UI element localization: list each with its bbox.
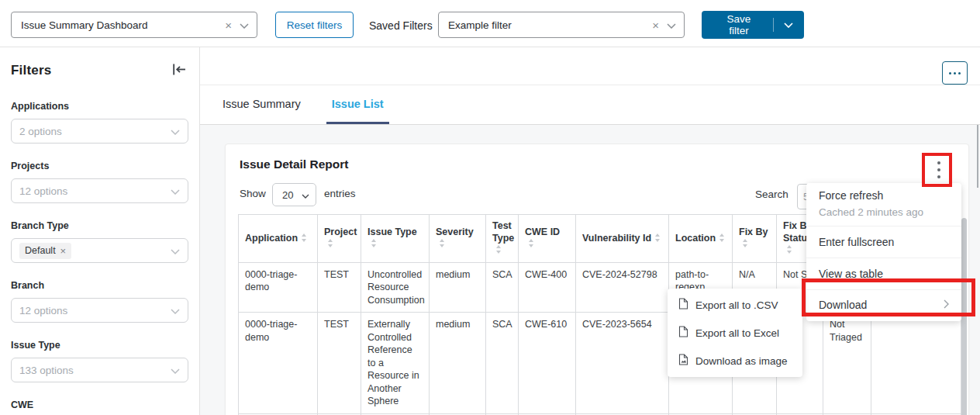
chip-label: Default [25, 245, 56, 256]
reset-filters-button[interactable]: Reset filters [275, 12, 354, 38]
image-file-icon [678, 354, 688, 368]
chip-remove-icon[interactable]: × [60, 245, 67, 257]
column-header[interactable]: Vulnerability Id [576, 215, 669, 263]
table-cell: CVE-2024-52798 [576, 262, 669, 313]
submenu-item-label: Download as image [695, 355, 788, 367]
widget-kebab-menu-button[interactable] [930, 157, 948, 183]
saved-filter-select[interactable]: Example filter × [438, 12, 685, 38]
kebab-menu-icon [937, 161, 940, 164]
filter-placeholder: 12 options [19, 185, 171, 197]
table-cell: Externally Controlled Reference to a Res… [361, 313, 430, 414]
save-filter-button[interactable]: Save filter [702, 11, 804, 39]
column-header[interactable]: CWE ID [519, 215, 576, 263]
tab-bar: Issue Summary Issue List [200, 85, 980, 125]
clear-icon[interactable]: × [225, 19, 232, 32]
column-header[interactable]: Severity [430, 215, 486, 263]
table-cell: TEST [318, 313, 361, 414]
clear-icon[interactable]: × [652, 19, 659, 32]
filter-label: CWE [11, 399, 188, 410]
column-header[interactable]: Location [669, 215, 733, 263]
app-window: Issue Summary Dashboard × Reset filters … [0, 0, 980, 415]
card-title: Issue Detail Report [240, 157, 348, 171]
column-header[interactable]: Fix By [733, 215, 777, 263]
filter-chip: Default× [19, 243, 71, 259]
filter-field: Applications2 options [11, 101, 188, 144]
widget-context-menu: Force refresh Cached 2 minutes ago Enter… [806, 183, 961, 321]
filter-label: Issue Type [11, 340, 188, 351]
filter-select-branch[interactable]: 12 options [11, 298, 188, 323]
table-cell: medium [430, 262, 486, 313]
table-cell: Uncontrolled Resource Consumption [361, 262, 430, 313]
table-cell: CWE-400 [519, 262, 576, 313]
collapse-sidebar-button[interactable] [172, 63, 187, 78]
menu-item-download[interactable]: Download [806, 290, 961, 321]
filter-field: Issue Type133 options [11, 340, 188, 382]
table-cell: Not Triaged [823, 313, 871, 414]
submenu-item-download-image[interactable]: Download as image [668, 347, 802, 375]
sidebar-title: Filters [11, 63, 188, 78]
table-cell: 0000-triage-demo [239, 262, 318, 313]
column-header[interactable]: Issue Type [361, 215, 430, 263]
filter-placeholder: 2 options [19, 126, 171, 137]
show-label: Show [240, 188, 266, 199]
table-cell: TEST [318, 262, 361, 313]
sidebar-fields: Applications2 optionsProjects12 optionsB… [11, 101, 188, 410]
menu-item-enter-fullscreen[interactable]: Enter fullscreen [806, 227, 961, 258]
tab-issue-summary[interactable]: Issue Summary [217, 85, 306, 124]
tab-issue-list[interactable]: Issue List [326, 85, 389, 124]
filter-label: Projects [11, 161, 188, 171]
table-cell: SCA [486, 262, 519, 313]
save-filter-label: Save filter [702, 13, 773, 36]
search-label: Search [755, 188, 788, 200]
cache-note: Cached 2 minutes ago [819, 206, 949, 218]
menu-item-label: Download [819, 299, 867, 311]
download-submenu: Export all to .CSV Export all to Excel D… [668, 289, 802, 377]
filters-sidebar: Filters Applications2 optionsProjects12 … [0, 47, 200, 415]
dashboard-select[interactable]: Issue Summary Dashboard × [11, 12, 257, 38]
column-header[interactable]: Application [239, 215, 318, 263]
table-cell: medium [430, 313, 486, 414]
menu-item-view-as-table[interactable]: View as table [806, 258, 961, 289]
chevron-down-icon[interactable] [667, 18, 676, 32]
chevron-down-icon [171, 184, 180, 198]
menu-item-force-refresh[interactable]: Force refresh Cached 2 minutes ago [806, 183, 961, 226]
table-scrollbar[interactable] [961, 218, 967, 415]
filter-select-projects[interactable]: 12 options [11, 178, 188, 203]
chevron-down-icon [171, 303, 180, 317]
chevron-right-icon [944, 299, 949, 311]
table-cell: 0000-triage-demo [239, 313, 318, 414]
saved-filter-select-value: Example filter [448, 19, 652, 31]
submenu-item-export-excel[interactable]: Export all to Excel [668, 319, 802, 347]
column-header[interactable]: Test Type [486, 215, 519, 263]
dashboard-options-button[interactable] [942, 61, 968, 85]
table-cell: CVE-2023-5654 [576, 313, 669, 414]
filter-placeholder: 12 options [19, 305, 171, 316]
filter-select-applications[interactable]: 2 options [11, 119, 188, 144]
filter-label: Applications [11, 101, 188, 112]
column-header[interactable]: Project [318, 215, 361, 263]
submenu-item-label: Export all to .CSV [695, 299, 778, 311]
top-toolbar: Issue Summary Dashboard × Reset filters … [0, 0, 980, 47]
dashboard-select-value: Issue Summary Dashboard [21, 19, 225, 31]
page-size-select[interactable]: 20 [272, 183, 316, 206]
submenu-item-label: Export all to Excel [695, 327, 779, 339]
chevron-down-icon[interactable] [774, 22, 804, 28]
filter-field: Projects12 options [11, 161, 188, 203]
filter-field: CWE [11, 399, 188, 410]
page-size-value: 20 [282, 189, 302, 201]
filter-label: Branch Type [11, 220, 188, 231]
file-icon [678, 326, 688, 340]
filter-placeholder: 133 options [19, 365, 171, 376]
filter-select-issue-type[interactable]: 133 options [11, 358, 188, 382]
dashboard-header-strip [200, 47, 980, 85]
submenu-item-export-csv[interactable]: Export all to .CSV [668, 291, 802, 319]
filter-field: Branch12 options [11, 280, 188, 323]
table-cell [871, 313, 961, 414]
filter-label: Branch [11, 280, 188, 291]
filter-select-branch-type[interactable]: Default× [11, 238, 188, 263]
menu-item-label: Force refresh [819, 189, 949, 202]
filter-field: Branch TypeDefault× [11, 220, 188, 263]
chevron-down-icon[interactable] [240, 18, 249, 32]
entries-label: entries [324, 188, 356, 199]
saved-filters-label: Saved Filters [369, 19, 433, 32]
